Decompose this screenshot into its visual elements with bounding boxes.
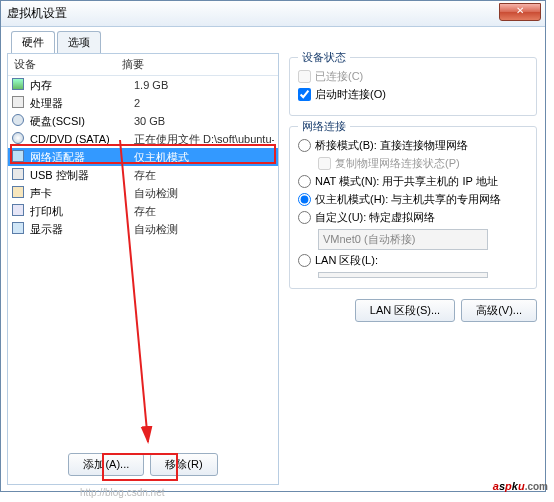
device-row-usb[interactable]: USB 控制器存在 xyxy=(8,166,278,184)
settings-panel: 设备状态 已连接(C) 启动时连接(O) 网络连接 桥接模式(B): 直接连接物… xyxy=(287,53,539,485)
autoconnect-input[interactable] xyxy=(298,88,311,101)
device-name: 硬盘(SCSI) xyxy=(30,114,134,129)
device-name: 网络适配器 xyxy=(30,150,134,165)
advanced-button[interactable]: 高级(V)... xyxy=(461,299,537,322)
device-name: CD/DVD (SATA) xyxy=(30,133,134,145)
device-row-net[interactable]: 网络适配器仅主机模式 xyxy=(8,148,278,166)
bridged-radio[interactable]: 桥接模式(B): 直接连接物理网络 xyxy=(298,138,528,153)
device-row-hdd[interactable]: 硬盘(SCSI)30 GB xyxy=(8,112,278,130)
nat-input[interactable] xyxy=(298,175,311,188)
lan-segments-button[interactable]: LAN 区段(S)... xyxy=(355,299,455,322)
custom-input[interactable] xyxy=(298,211,311,224)
custom-label: 自定义(U): 特定虚拟网络 xyxy=(315,210,435,225)
replicate-checkbox: 复制物理网络连接状态(P) xyxy=(318,156,528,171)
device-summary: 正在使用文件 D:\soft\ubuntu-14.04... xyxy=(134,132,274,147)
device-row-prn[interactable]: 打印机存在 xyxy=(8,202,278,220)
device-status-title: 设备状态 xyxy=(298,50,350,65)
add-button[interactable]: 添加(A)... xyxy=(68,453,144,476)
device-summary: 30 GB xyxy=(134,115,274,127)
device-name: 处理器 xyxy=(30,96,134,111)
wm-p: p xyxy=(505,480,512,492)
bridged-label: 桥接模式(B): 直接连接物理网络 xyxy=(315,138,468,153)
lan-combo xyxy=(318,272,488,278)
col-summary: 摘要 xyxy=(122,57,144,72)
device-summary: 仅主机模式 xyxy=(134,150,274,165)
device-summary: 自动检测 xyxy=(134,222,274,237)
cd-icon xyxy=(12,132,26,146)
tab-options[interactable]: 选项 xyxy=(57,31,101,53)
device-name: 显示器 xyxy=(30,222,134,237)
net-icon xyxy=(12,150,26,164)
replicate-label: 复制物理网络连接状态(P) xyxy=(335,156,460,171)
bridged-input[interactable] xyxy=(298,139,311,152)
nat-label: NAT 模式(N): 用于共享主机的 IP 地址 xyxy=(315,174,498,189)
disp-icon xyxy=(12,222,26,236)
device-list: 内存1.9 GB处理器2硬盘(SCSI)30 GBCD/DVD (SATA)正在… xyxy=(8,76,278,238)
device-name: USB 控制器 xyxy=(30,168,134,183)
device-name: 打印机 xyxy=(30,204,134,219)
custom-vmnet-combo: VMnet0 (自动桥接) xyxy=(318,229,488,250)
lan-segment-radio[interactable]: LAN 区段(L): xyxy=(298,253,528,268)
device-buttons: 添加(A)... 移除(R) xyxy=(8,453,278,476)
wm-u: u xyxy=(518,480,525,492)
custom-radio[interactable]: 自定义(U): 特定虚拟网络 xyxy=(298,210,528,225)
network-connection-group: 网络连接 桥接模式(B): 直接连接物理网络 复制物理网络连接状态(P) NAT… xyxy=(289,126,537,289)
usb-icon xyxy=(12,168,26,182)
connected-input xyxy=(298,70,311,83)
nat-radio[interactable]: NAT 模式(N): 用于共享主机的 IP 地址 xyxy=(298,174,528,189)
content: 设备 摘要 内存1.9 GB处理器2硬盘(SCSI)30 GBCD/DVD (S… xyxy=(1,27,545,491)
connected-label: 已连接(C) xyxy=(315,69,363,84)
titlebar[interactable]: 虚拟机设置 ✕ xyxy=(1,1,545,27)
replicate-input xyxy=(318,157,331,170)
mem-icon xyxy=(12,78,26,92)
network-title: 网络连接 xyxy=(298,119,350,134)
vm-settings-window: 虚拟机设置 ✕ 硬件 选项 设备 摘要 内存1.9 GB处理器2硬盘(SCSI)… xyxy=(0,0,546,492)
col-device: 设备 xyxy=(14,57,122,72)
device-summary: 2 xyxy=(134,97,274,109)
lan-label: LAN 区段(L): xyxy=(315,253,378,268)
hostonly-label: 仅主机模式(H): 与主机共享的专用网络 xyxy=(315,192,501,207)
hostonly-input[interactable] xyxy=(298,193,311,206)
device-header: 设备 摘要 xyxy=(8,54,278,76)
device-name: 声卡 xyxy=(30,186,134,201)
hdd-icon xyxy=(12,114,26,128)
wm-dot: .com xyxy=(525,481,548,492)
device-row-mem[interactable]: 内存1.9 GB xyxy=(8,76,278,94)
device-row-snd[interactable]: 声卡自动检测 xyxy=(8,184,278,202)
device-summary: 存在 xyxy=(134,204,274,219)
autoconnect-label: 启动时连接(O) xyxy=(315,87,386,102)
device-summary: 存在 xyxy=(134,168,274,183)
device-summary: 1.9 GB xyxy=(134,79,274,91)
footer-watermark: http://blog.csdn.net xyxy=(80,487,165,498)
connected-checkbox: 已连接(C) xyxy=(298,69,528,84)
device-name: 内存 xyxy=(30,78,134,93)
right-buttons: LAN 区段(S)... 高级(V)... xyxy=(289,299,537,322)
prn-icon xyxy=(12,204,26,218)
close-button[interactable]: ✕ xyxy=(499,3,541,21)
device-panel: 设备 摘要 内存1.9 GB处理器2硬盘(SCSI)30 GBCD/DVD (S… xyxy=(7,53,279,485)
device-row-cd[interactable]: CD/DVD (SATA)正在使用文件 D:\soft\ubuntu-14.04… xyxy=(8,130,278,148)
device-row-cpu[interactable]: 处理器2 xyxy=(8,94,278,112)
tab-hardware[interactable]: 硬件 xyxy=(11,31,55,53)
lan-input[interactable] xyxy=(298,254,311,267)
remove-button[interactable]: 移除(R) xyxy=(150,453,217,476)
window-title: 虚拟机设置 xyxy=(7,5,67,22)
snd-icon xyxy=(12,186,26,200)
device-summary: 自动检测 xyxy=(134,186,274,201)
watermark-logo: aspku.com xyxy=(493,470,548,496)
tabs: 硬件 选项 xyxy=(11,31,103,53)
hostonly-radio[interactable]: 仅主机模式(H): 与主机共享的专用网络 xyxy=(298,192,528,207)
device-status-group: 设备状态 已连接(C) 启动时连接(O) xyxy=(289,57,537,116)
cpu-icon xyxy=(12,96,26,110)
autoconnect-checkbox[interactable]: 启动时连接(O) xyxy=(298,87,528,102)
device-row-disp[interactable]: 显示器自动检测 xyxy=(8,220,278,238)
